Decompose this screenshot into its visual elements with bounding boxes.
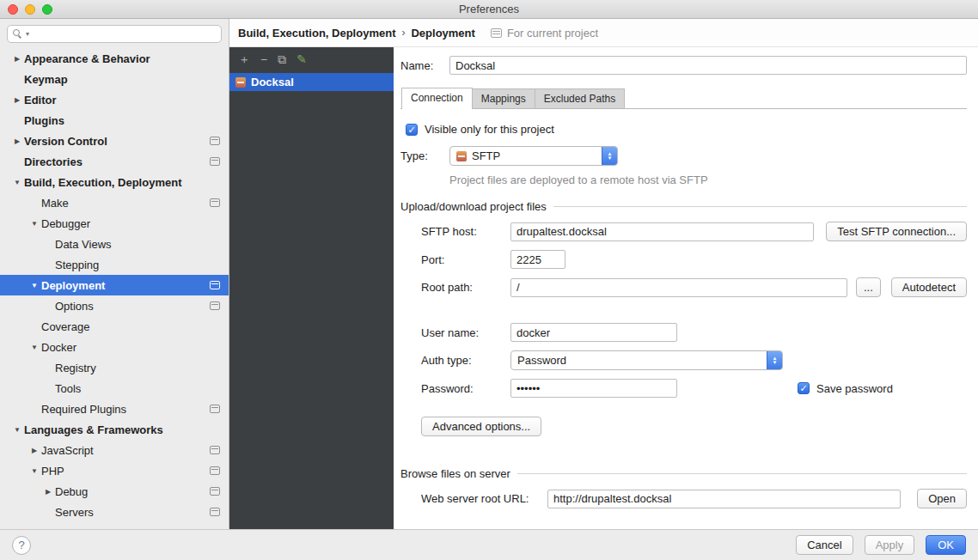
autodetect-button[interactable]: Autodetect	[891, 277, 967, 297]
breadcrumb-separator: ›	[401, 27, 405, 39]
apply-button[interactable]: Apply	[865, 535, 915, 555]
ok-button[interactable]: OK	[926, 535, 966, 555]
server-item-docksal[interactable]: Docksal	[229, 73, 394, 91]
upload-section-title: Upload/download project files	[400, 200, 547, 213]
window-title: Preferences	[459, 3, 519, 15]
project-scope-icon	[210, 281, 220, 289]
root-path-label: Root path:	[421, 281, 510, 294]
chevron-right-icon[interactable]: ▶	[12, 96, 22, 104]
sidebar-item-tools[interactable]: Tools	[0, 378, 229, 399]
sidebar-item-plugins[interactable]: Plugins	[0, 110, 229, 131]
web-root-input[interactable]	[547, 490, 901, 508]
sidebar-item-data-views[interactable]: Data Views	[0, 234, 229, 254]
type-hint: Project files are deployed to a remote h…	[449, 173, 967, 186]
sidebar-item-label: Appearance & Behavior	[24, 52, 150, 65]
copy-server-button[interactable]: ⧉	[278, 53, 286, 65]
help-button[interactable]: ?	[12, 536, 31, 555]
breadcrumb-build-execution-deployment[interactable]: Build, Execution, Deployment	[238, 27, 395, 40]
chevron-down-icon[interactable]: ▼	[29, 344, 40, 351]
sidebar-item-languages-frameworks[interactable]: ▼Languages & Frameworks	[0, 419, 229, 440]
sidebar-item-docker[interactable]: ▼Docker	[0, 337, 229, 357]
chevron-down-icon[interactable]: ▼	[29, 282, 40, 289]
sftp-host-input[interactable]	[510, 222, 814, 241]
sidebar-item-label: Keymap	[24, 73, 68, 86]
sidebar-item-label: Stepping	[55, 259, 99, 271]
chevron-right-icon[interactable]: ▶	[12, 137, 22, 145]
project-scope-icon	[210, 137, 220, 145]
sidebar-item-debug[interactable]: ▶Debug	[0, 481, 229, 502]
save-password-checkbox[interactable]	[798, 382, 810, 394]
sidebar-item-build-execution-deployment[interactable]: ▼Build, Execution, Deployment	[0, 172, 229, 192]
sidebar-item-servers[interactable]: Servers	[0, 502, 229, 522]
open-button[interactable]: Open	[917, 489, 967, 508]
sidebar-item-label: Editor	[24, 94, 57, 107]
deployment-form: Name: Connection Mappings Excluded Paths…	[394, 47, 978, 529]
tab-connection[interactable]: Connection	[401, 88, 473, 109]
tab-mappings[interactable]: Mappings	[472, 88, 535, 108]
chevron-right-icon[interactable]: ▶	[12, 55, 22, 63]
user-name-input[interactable]	[510, 323, 677, 342]
chevron-down-icon[interactable]: ▼	[29, 467, 40, 475]
browse-root-path-button[interactable]: ...	[856, 277, 881, 297]
test-sftp-connection-button[interactable]: Test SFTP connection...	[826, 222, 967, 241]
password-input[interactable]	[510, 379, 677, 398]
sftp-type-icon	[456, 151, 467, 161]
sidebar-item-registry[interactable]: Registry	[0, 357, 229, 378]
sidebar-item-version-control[interactable]: ▶Version Control	[0, 131, 229, 151]
server-list-panel: ＋ − ⧉ ✎ Docksal	[229, 47, 394, 529]
auth-type-select[interactable]: Password ▲▼	[510, 350, 783, 370]
footer-bar: ? Cancel Apply OK	[0, 529, 978, 560]
cancel-button[interactable]: Cancel	[796, 535, 853, 555]
name-input[interactable]	[449, 56, 967, 75]
browse-section-title: Browse files on server	[400, 467, 510, 480]
sidebar-item-deployment[interactable]: ▼Deployment	[0, 275, 229, 295]
zoom-button[interactable]	[42, 4, 52, 15]
port-row: Port:	[421, 250, 967, 269]
section-divider	[517, 473, 967, 474]
port-input[interactable]	[510, 250, 565, 269]
sidebar-item-label: Tools	[55, 382, 81, 395]
add-server-button[interactable]: ＋	[238, 53, 250, 65]
visible-only-checkbox[interactable]	[406, 124, 418, 136]
sidebar-item-appearance-behavior[interactable]: ▶Appearance & Behavior	[0, 48, 229, 69]
project-scope-icon	[210, 198, 220, 207]
project-scope-icon	[210, 446, 220, 454]
remove-server-button[interactable]: −	[260, 53, 267, 65]
advanced-options-button[interactable]: Advanced options...	[421, 417, 541, 436]
sidebar-item-label: Debugger	[41, 217, 90, 230]
sidebar-item-keymap[interactable]: Keymap	[0, 69, 229, 89]
chevron-down-icon[interactable]: ▼	[29, 220, 40, 228]
save-password-row: Save password	[798, 382, 893, 395]
project-scope-icon	[210, 157, 220, 166]
edit-server-button[interactable]: ✎	[296, 53, 307, 65]
advanced-options-row: Advanced options...	[421, 417, 967, 436]
sidebar-item-javascript[interactable]: ▶JavaScript	[0, 440, 229, 460]
preferences-window: Preferences ▾ ▶Appearance & BehaviorKeym…	[0, 0, 978, 560]
chevron-right-icon[interactable]: ▶	[43, 488, 53, 496]
close-button[interactable]	[8, 4, 18, 15]
sidebar-item-directories[interactable]: Directories	[0, 151, 229, 172]
type-select[interactable]: SFTP ▲▼	[449, 146, 618, 166]
sidebar-item-debugger[interactable]: ▼Debugger	[0, 213, 229, 234]
sidebar-item-required-plugins[interactable]: Required Plugins	[0, 399, 229, 419]
sidebar-item-options[interactable]: Options	[0, 295, 229, 316]
chevron-right-icon[interactable]: ▶	[29, 447, 40, 454]
sidebar-item-editor[interactable]: ▶Editor	[0, 89, 229, 110]
sidebar-item-make[interactable]: Make	[0, 192, 229, 213]
chevron-down-icon[interactable]: ▼	[12, 426, 22, 434]
minimize-button[interactable]	[25, 4, 35, 15]
chevron-down-icon[interactable]: ▼	[12, 179, 22, 186]
root-path-input[interactable]	[510, 278, 847, 297]
search-dropdown-icon[interactable]: ▾	[26, 30, 29, 38]
titlebar: Preferences	[0, 0, 978, 19]
sidebar-item-stepping[interactable]: Stepping	[0, 254, 229, 275]
sidebar-item-label: Coverage	[41, 320, 89, 333]
tab-excluded-paths[interactable]: Excluded Paths	[535, 88, 625, 108]
breadcrumb-deployment[interactable]: Deployment	[411, 27, 474, 40]
sidebar-item-label: Deployment	[41, 279, 105, 292]
settings-search-input[interactable]: ▾	[7, 25, 222, 43]
sidebar-item-label: JavaScript	[41, 444, 94, 457]
sidebar-item-php[interactable]: ▼PHP	[0, 460, 229, 481]
sidebar-item-coverage[interactable]: Coverage	[0, 316, 229, 337]
sftp-host-row: SFTP host: Test SFTP connection...	[421, 222, 967, 241]
